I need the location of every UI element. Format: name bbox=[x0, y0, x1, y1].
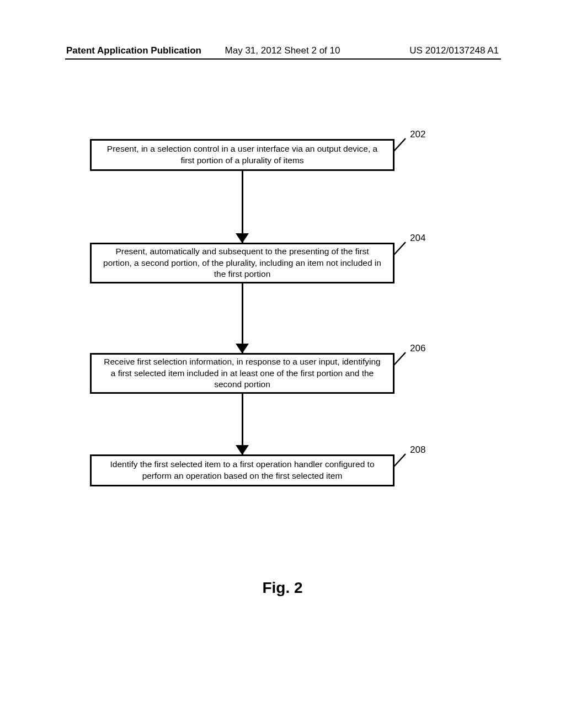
flow-step-204: Present, automatically and subsequent to… bbox=[90, 243, 395, 283]
header-divider bbox=[65, 58, 501, 60]
ref-connector-icon bbox=[392, 240, 409, 256]
flow-step-text: Identify the first selected item to a fi… bbox=[100, 459, 384, 482]
flow-arrow bbox=[90, 283, 395, 353]
reference-numeral: 206 bbox=[410, 343, 425, 354]
flow-step-202: Present, in a selection control in a use… bbox=[90, 139, 395, 171]
svg-line-3 bbox=[393, 454, 406, 467]
ref-connector-icon bbox=[392, 136, 409, 153]
flow-step-206: Receive first selection information, in … bbox=[90, 353, 395, 394]
header-date-sheet: May 31, 2012 Sheet 2 of 10 bbox=[225, 45, 340, 56]
ref-connector-icon bbox=[392, 350, 409, 367]
flow-arrow bbox=[90, 171, 395, 243]
svg-line-0 bbox=[393, 138, 406, 152]
header-pub-number: US 2012/0137248 A1 bbox=[409, 45, 499, 56]
reference-numeral: 208 bbox=[410, 445, 425, 456]
flow-step-208: Identify the first selected item to a fi… bbox=[90, 454, 395, 486]
svg-line-2 bbox=[393, 352, 406, 366]
header-publication: Patent Application Publication bbox=[66, 45, 201, 56]
reference-numeral: 202 bbox=[410, 129, 425, 140]
svg-line-1 bbox=[393, 242, 406, 255]
ref-connector-icon bbox=[392, 452, 409, 468]
figure-caption: Fig. 2 bbox=[262, 579, 302, 597]
flowchart-diagram: Present, in a selection control in a use… bbox=[90, 139, 476, 486]
flow-step-text: Present, in a selection control in a use… bbox=[100, 143, 384, 167]
flow-arrow bbox=[90, 394, 395, 454]
flow-step-text: Present, automatically and subsequent to… bbox=[100, 246, 384, 281]
reference-numeral: 204 bbox=[410, 233, 425, 244]
page-header: Patent Application Publication May 31, 2… bbox=[0, 45, 565, 56]
flow-step-text: Receive first selection information, in … bbox=[100, 356, 384, 391]
